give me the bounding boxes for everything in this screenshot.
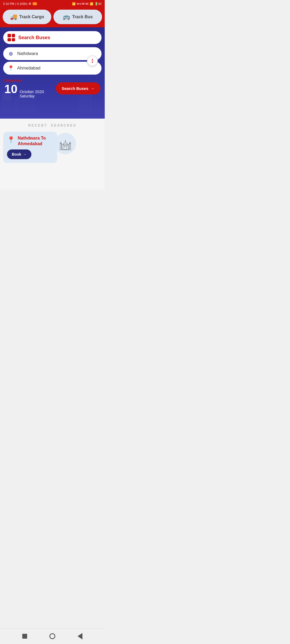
top-buttons-section: 🚚 Track Cargo 🚌 Track Bus (0, 8, 105, 27)
departure-detail: October 2020 Saturday (20, 89, 44, 98)
svg-rect-0 (62, 144, 69, 150)
mosque-illustration (55, 133, 76, 154)
from-location-input[interactable]: ⊕ (3, 47, 102, 60)
search-buses-pill[interactable]: Search Buses (3, 31, 102, 44)
card-from: Nathdwara To (18, 136, 46, 140)
track-bus-label: Track Bus (72, 14, 93, 19)
to-location-input[interactable]: 📍 (3, 62, 102, 75)
grid-cell-2 (12, 34, 15, 37)
search-pill-label: Search Buses (18, 35, 50, 41)
lte-icon: Vo LTE 4G (77, 2, 89, 5)
signal-icon: 📶 (90, 2, 93, 6)
wifi-icon: 📶 (72, 2, 76, 6)
departure-weekday: Saturday (20, 94, 44, 98)
book-label: Book (12, 152, 21, 156)
empty-space (0, 171, 105, 190)
to-field[interactable] (17, 66, 97, 71)
departure-day: 10 (4, 83, 17, 95)
card-route-left: 📍 Nathdwara To Ahmedabad (7, 136, 46, 147)
network-speed: | (15, 2, 16, 5)
arrow-right-icon: → (90, 86, 95, 91)
main-content: Search Buses ⊕ 📍 ▲ ▼ Departure 10 Octobe… (0, 27, 105, 119)
settings-icon: ⚙ (28, 2, 31, 6)
svg-point-4 (65, 140, 66, 141)
departure-month-year: October 2020 (20, 89, 44, 94)
status-left: 5:10 PM | 0.1KB/s ⚙ Bh (3, 2, 37, 6)
grid-icon (8, 34, 15, 41)
from-field[interactable] (17, 51, 97, 56)
track-cargo-button[interactable]: 🚚 Track Cargo (3, 10, 51, 24)
swap-button[interactable]: ▲ ▼ (87, 56, 98, 66)
card-to: Ahmedabad (18, 141, 42, 146)
departure-label: Departure (4, 78, 44, 83)
data-speed: 0.1KB/s (17, 2, 28, 5)
departure-row: Departure 10 October 2020 Saturday Searc… (3, 78, 102, 98)
cargo-icon: 🚚 (10, 13, 17, 20)
recent-searches-title: RECENT SEARCHES (3, 123, 102, 128)
origin-icon: ⊕ (8, 50, 14, 57)
recent-searches-section: RECENT SEARCHES 📍 Nathdwara To Ahmedabad… (0, 119, 105, 171)
grid-cell-3 (8, 38, 11, 42)
card-location-icon: 📍 (7, 136, 15, 144)
battery-icon: 🔋50 (95, 2, 102, 6)
search-buses-button[interactable]: Search Buses → (56, 82, 100, 94)
app-icon: Bh (32, 2, 37, 5)
departure-info[interactable]: Departure 10 October 2020 Saturday (4, 78, 44, 98)
book-arrow-icon: → (23, 152, 27, 156)
card-content: 📍 Nathdwara To Ahmedabad Book → (7, 136, 46, 159)
status-right: 📶 Vo LTE 4G 📶 🔋50 (72, 2, 102, 6)
mosque-svg (58, 136, 73, 151)
grid-cell-1 (8, 34, 11, 37)
card-route-text: Nathdwara To Ahmedabad (18, 136, 46, 147)
svg-rect-1 (64, 146, 67, 150)
time-display: 5:10 PM (3, 2, 14, 5)
status-bar: 5:10 PM | 0.1KB/s ⚙ Bh 📶 Vo LTE 4G 📶 🔋50 (0, 0, 105, 8)
search-buses-btn-label: Search Buses (62, 86, 88, 91)
bus-icon: 🚌 (63, 13, 70, 20)
track-bus-button[interactable]: 🚌 Track Bus (53, 10, 102, 24)
swap-arrows-icon: ▲ ▼ (91, 58, 94, 64)
destination-icon: 📍 (8, 65, 14, 71)
track-cargo-label: Track Cargo (19, 14, 44, 19)
location-inputs: ⊕ 📍 ▲ ▼ (3, 47, 102, 75)
grid-cell-4 (12, 38, 15, 42)
recent-search-card[interactable]: 📍 Nathdwara To Ahmedabad Book → (3, 132, 57, 163)
book-button[interactable]: Book → (7, 149, 31, 159)
departure-date-row: 10 October 2020 Saturday (4, 83, 44, 98)
recent-card-container: 📍 Nathdwara To Ahmedabad Book → (3, 132, 102, 166)
